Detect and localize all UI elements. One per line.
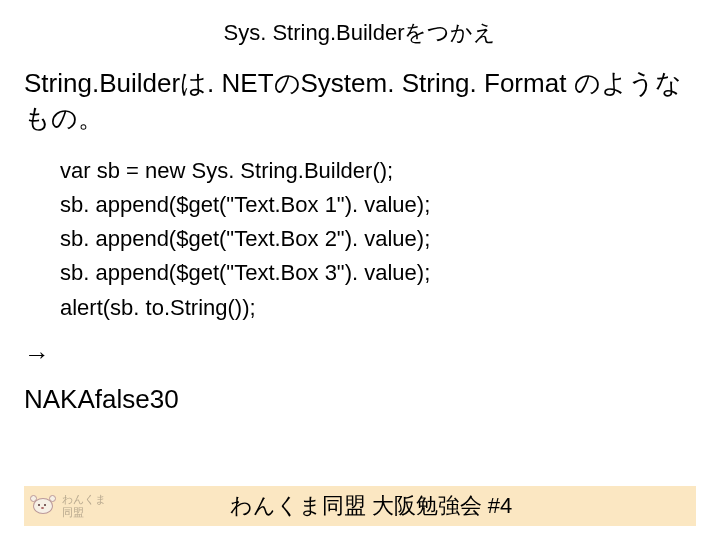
code-line: sb. append($get("Text.Box 3"). value); — [60, 256, 696, 290]
code-line: alert(sb. to.String()); — [60, 291, 696, 325]
code-line: var sb = new Sys. String.Builder(); — [60, 154, 696, 188]
bear-icon — [30, 495, 56, 517]
code-line: sb. append($get("Text.Box 2"). value); — [60, 222, 696, 256]
slide-description: String.Builderは. NETのSystem. String. For… — [24, 66, 696, 136]
logo-text-line2: 同盟 — [62, 506, 106, 519]
logo-text-line1: わんくま — [62, 493, 106, 506]
logo-text: わんくま 同盟 — [62, 493, 106, 519]
code-block: var sb = new Sys. String.Builder(); sb. … — [60, 154, 696, 324]
footer-title: わんくま同盟 大阪勉強会 #4 — [106, 491, 696, 521]
code-line: sb. append($get("Text.Box 1"). value); — [60, 188, 696, 222]
slide: Sys. String.Builderをつかえ String.Builderは.… — [0, 0, 720, 540]
footer-logo: わんくま 同盟 — [24, 493, 106, 519]
arrow-indicator: → — [24, 339, 696, 370]
slide-title: Sys. String.Builderをつかえ — [24, 18, 696, 48]
slide-footer: わんくま 同盟 わんくま同盟 大阪勉強会 #4 — [24, 486, 696, 526]
result-output: NAKAfalse30 — [24, 384, 696, 415]
